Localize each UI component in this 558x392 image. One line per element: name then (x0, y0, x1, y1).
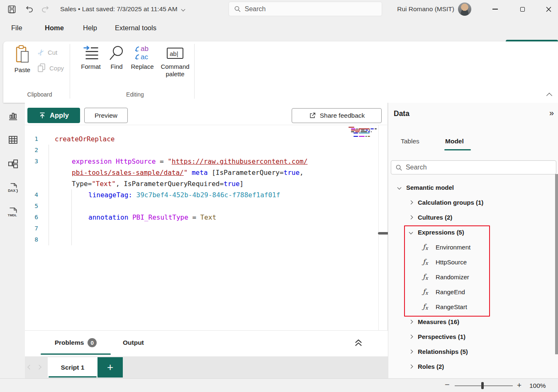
zoom-slider-handle[interactable] (481, 382, 484, 389)
zoom-slider-track[interactable] (455, 385, 513, 386)
menu-home[interactable]: Home (45, 18, 64, 37)
avatar[interactable] (458, 2, 471, 16)
tab-model[interactable]: Model (445, 138, 464, 145)
tab-output[interactable]: Output (123, 330, 144, 355)
tree-item-httpsource[interactable]: ƒxHttpSource (388, 254, 554, 269)
tab-scroll-left-icon[interactable] (27, 365, 32, 369)
code-line[interactable]: 8 (25, 234, 346, 245)
line-number: 1 (25, 133, 38, 145)
copy-icon (37, 63, 46, 73)
minimap-border (378, 125, 379, 330)
menu-file[interactable]: File (11, 18, 22, 37)
menu-external-tools[interactable]: External tools (115, 18, 156, 37)
search-input[interactable] (245, 5, 377, 13)
table-view-button[interactable] (6, 133, 20, 147)
data-panel-title: Data (394, 109, 409, 118)
model-search-input[interactable] (406, 164, 552, 171)
chevron-right-icon[interactable] (409, 349, 413, 353)
script-tabstrip: Script 1 + (25, 356, 388, 378)
user-name: Rui Romano (MSIT) (384, 0, 454, 18)
replace-button[interactable]: ab ac Replace (128, 45, 157, 70)
report-view-button[interactable] (6, 109, 20, 123)
chevron-right-icon[interactable] (409, 215, 413, 219)
save-button[interactable] (6, 3, 17, 15)
line-number: 6 (25, 212, 38, 223)
tree-item-environment[interactable]: ƒxEnvironment (388, 240, 554, 254)
tab-tables[interactable]: Tables (401, 138, 419, 145)
chevron-right-icon[interactable] (409, 200, 413, 204)
zoom-in-button[interactable]: + (517, 381, 521, 390)
code-line[interactable]: 7 (25, 223, 346, 234)
code-line[interactable]: 5 (25, 201, 346, 212)
code-line[interactable]: 6annotation PBI_ResultType = Text (25, 212, 346, 223)
chevron-right-icon[interactable] (409, 334, 413, 339)
minimize-button[interactable] (485, 0, 504, 18)
document-title[interactable]: Sales • Last saved: 7/3/2025 at 11:45 AM (60, 0, 185, 18)
dax-query-view-button[interactable]: DAX (6, 181, 20, 195)
code-line[interactable]: Type="Text", IsParameterQueryRequired=tr… (25, 178, 346, 189)
format-button[interactable]: Format (76, 45, 105, 70)
chevron-down-icon[interactable] (409, 230, 413, 234)
code-line[interactable]: pbi-tools/sales-sample/data/" meta [IsPa… (25, 167, 346, 178)
tree-item-perspectives-1[interactable]: Perspectives (1) (388, 329, 554, 344)
tree-item-label: Environment (436, 244, 470, 251)
chevron-up-icon (546, 93, 552, 99)
tree-item-cultures-2[interactable]: Cultures (2) (388, 210, 554, 225)
command-palette-button[interactable]: ab| Command palette (158, 45, 192, 78)
line-number: 2 (25, 145, 38, 156)
tab-scroll-right-icon[interactable] (37, 365, 41, 369)
code-line[interactable]: 1createOrReplace (25, 133, 346, 145)
undo-button[interactable] (23, 3, 35, 15)
menu-help[interactable]: Help (83, 18, 97, 37)
paste-button[interactable]: Paste (9, 45, 36, 74)
share-feedback-button[interactable]: Share feedback (292, 108, 382, 123)
maximize-button[interactable] (513, 0, 532, 18)
tree-item-rangeend[interactable]: ƒxRangeEnd (388, 284, 554, 299)
code-line[interactable]: 4lineageTag: 39c7bef4-452b-4b29-846c-f78… (25, 189, 346, 201)
code-lines[interactable]: 1createOrReplace23expression HttpSource … (25, 133, 346, 245)
tmdl-view-button[interactable]: TMDL (6, 206, 20, 220)
tree-item-measures-16[interactable]: Measures (16) (388, 314, 554, 329)
panel-scrollbar[interactable] (555, 174, 558, 354)
expand-panel-button[interactable] (353, 338, 364, 348)
tree-item-randomizer[interactable]: ƒxRandomizer (388, 269, 554, 284)
minimap[interactable] (347, 127, 377, 137)
add-script-button[interactable]: + (97, 357, 123, 377)
model-view-button[interactable] (6, 157, 20, 171)
code-line[interactable]: 2 (25, 145, 346, 156)
zoom-out-button[interactable]: − (445, 380, 450, 390)
model-search[interactable] (391, 160, 556, 174)
format-icon (83, 45, 99, 61)
apply-button[interactable]: Apply (27, 108, 80, 123)
share-feedback-label: Share feedback (320, 112, 365, 119)
tree-item-rangestart[interactable]: ƒxRangeStart (388, 299, 554, 314)
tree-item-roles-2[interactable]: Roles (2) (388, 359, 554, 374)
minimize-icon (492, 9, 498, 10)
tree-item-semantic-model[interactable]: Semantic model (388, 180, 554, 195)
tree-item-relationships-5[interactable]: Relationships (5) (388, 344, 554, 359)
chevron-right-icon[interactable] (409, 364, 413, 368)
preview-button[interactable]: Preview (84, 108, 128, 123)
line-number: 7 (25, 223, 38, 234)
copy-button[interactable]: Copy (37, 63, 64, 73)
collapse-ribbon-button[interactable] (544, 92, 554, 99)
tab-script-1[interactable]: Script 1 (48, 357, 97, 377)
fx-icon: ƒx (423, 243, 432, 251)
cut-button[interactable]: ✂ Cut (38, 48, 57, 57)
code-line[interactable]: 3expression HttpSource = "https://raw.gi… (25, 156, 346, 167)
zoom-level[interactable]: 100% (529, 382, 546, 390)
tab-problems[interactable]: Problems 0 (41, 330, 111, 355)
svg-text:DAX: DAX (8, 189, 15, 193)
output-label: Output (123, 339, 144, 346)
collapse-panel-button[interactable]: » (549, 108, 554, 118)
chevron-right-icon[interactable] (409, 319, 413, 324)
redo-button[interactable] (40, 3, 51, 15)
tree-item-calculation-groups-1[interactable]: Calculation groups (1) (388, 195, 554, 210)
tree-item-expressions-5[interactable]: Expressions (5) (388, 225, 554, 240)
plus-icon: + (107, 361, 113, 374)
close-button[interactable] (539, 0, 558, 18)
chevron-down-icon[interactable] (397, 185, 402, 189)
line-number: 8 (25, 234, 38, 245)
find-button[interactable]: Find (106, 45, 127, 70)
global-search[interactable] (229, 2, 382, 16)
